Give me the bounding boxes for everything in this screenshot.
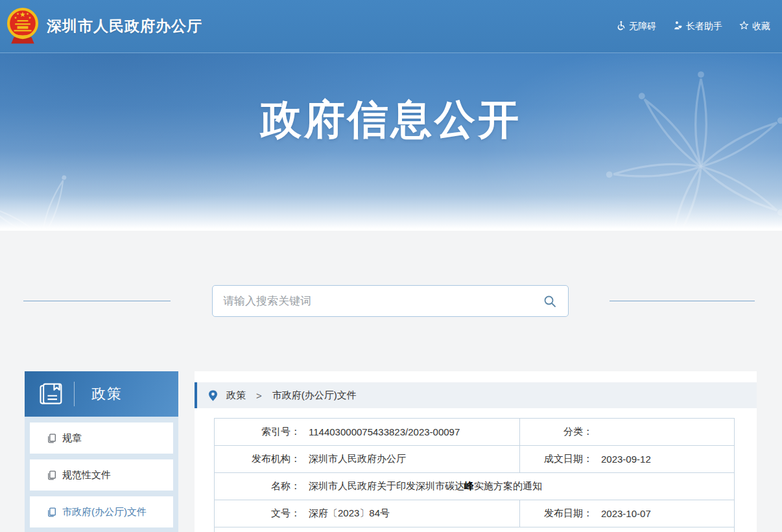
sidebar-item-normative-documents[interactable]: 规范性文件: [30, 459, 173, 491]
sidebar-item-label: 市政府(办公厅)文件: [62, 506, 147, 518]
table-row: 名称： 深圳市人民政府关于印发深圳市碳达峰实施方案的通知: [215, 473, 734, 500]
svg-text:★: ★: [16, 12, 19, 16]
index-number-label: 索引号：: [215, 426, 300, 438]
star-icon: [739, 21, 749, 32]
sidebar-item-label: 规章: [62, 432, 82, 445]
search-icon[interactable]: [543, 294, 558, 308]
document-number-value: 深府〔2023〕84号: [309, 507, 390, 520]
table-row: 索引号： 114403000075433823/2023-00097 分类：: [215, 419, 734, 446]
written-date-value: 2023-09-12: [601, 454, 651, 465]
main-content: 政策 > 市政府(办公厅)文件 索引号： 114403000075433823/…: [195, 371, 757, 532]
location-pin-icon: [209, 390, 217, 401]
search-box: [212, 285, 569, 317]
wheelchair-icon: [616, 21, 626, 32]
sidebar-item-rules[interactable]: 规章: [30, 422, 173, 454]
banner: 政府信息公开: [0, 53, 782, 231]
document-icon: [47, 507, 56, 517]
national-emblem-logo[interactable]: ★ ★ ★ ★ ★: [5, 6, 40, 49]
search-divider-right: [610, 301, 755, 301]
sidebar: 政策 规章 规范性文件 市政府(办公厅)文件: [25, 371, 178, 532]
sidebar-item-label: 规范性文件: [62, 469, 111, 481]
index-number-cell: 索引号： 114403000075433823/2023-00097: [215, 419, 519, 445]
svg-text:★: ★: [19, 10, 26, 17]
empty-cell: [215, 527, 734, 532]
issuing-agency-label: 发布机构：: [215, 453, 300, 465]
elder-assist-link[interactable]: 长者助手: [673, 21, 722, 32]
breadcrumb-current[interactable]: 市政府(办公厅)文件: [272, 389, 357, 402]
table-row: 文号： 深府〔2023〕84号 发布日期： 2023-10-07: [215, 500, 734, 527]
category-cell: 分类：: [519, 419, 734, 445]
document-name-value: 深圳市人民政府关于印发深圳市碳达峰实施方案的通知: [309, 480, 542, 492]
sidebar-menu: 规章 规范性文件 市政府(办公厅)文件: [25, 417, 178, 532]
favorite-link[interactable]: 收藏: [739, 21, 770, 32]
issuing-agency-value: 深圳市人民政府办公厅: [309, 453, 406, 465]
svg-text:★: ★: [29, 16, 32, 19]
publish-date-label: 发布日期：: [520, 507, 593, 520]
breadcrumb-root[interactable]: 政策: [226, 389, 246, 402]
site-title[interactable]: 深圳市人民政府办公厅: [47, 16, 202, 36]
document-number-cell: 文号： 深府〔2023〕84号: [215, 500, 519, 527]
search-input[interactable]: [223, 295, 543, 308]
accessibility-link[interactable]: 无障碍: [616, 21, 656, 32]
document-icon: [47, 434, 56, 443]
table-row: [215, 527, 734, 532]
category-label: 分类：: [520, 426, 593, 438]
sidebar-title: 政策: [91, 384, 123, 404]
sidebar-item-municipal-documents[interactable]: 市政府(办公厅)文件: [30, 496, 173, 527]
header-bar: ★ ★ ★ ★ ★ 深圳市人民政府办公厅 无障碍 长者助手 收藏: [0, 0, 782, 53]
page-title: 政府信息公开: [0, 92, 782, 148]
header-utility-links: 无障碍 长者助手 收藏: [616, 21, 770, 32]
content-section: 政策 规章 规范性文件 市政府(办公厅)文件: [0, 231, 782, 532]
document-icon: [47, 470, 56, 480]
document-name-cell: 名称： 深圳市人民政府关于印发深圳市碳达峰实施方案的通知: [215, 473, 734, 500]
flower-decoration: [0, 163, 117, 231]
document-info-table: 索引号： 114403000075433823/2023-00097 分类： 发…: [214, 418, 735, 532]
document-name-label: 名称：: [215, 480, 300, 492]
document-number-label: 文号：: [215, 507, 300, 520]
publish-date-cell: 发布日期： 2023-10-07: [519, 500, 734, 527]
sidebar-header: 政策: [25, 371, 178, 417]
breadcrumb: 政策 > 市政府(办公厅)文件: [195, 382, 757, 408]
publish-date-value: 2023-10-07: [601, 508, 651, 519]
breadcrumb-separator: >: [256, 390, 262, 401]
sidebar-header-divider: [74, 382, 75, 406]
index-number-value: 114403000075433823/2023-00097: [309, 426, 460, 437]
table-row: 发布机构： 深圳市人民政府办公厅 成文日期： 2023-09-12: [215, 446, 734, 473]
written-date-label: 成文日期：: [520, 453, 593, 465]
written-date-cell: 成文日期： 2023-09-12: [519, 446, 734, 472]
elder-assist-icon: [673, 21, 683, 32]
issuing-agency-cell: 发布机构： 深圳市人民政府办公厅: [215, 446, 519, 472]
search-highlight: 峰: [464, 480, 474, 491]
svg-text:★: ★: [26, 12, 29, 16]
book-icon: [38, 381, 64, 407]
svg-text:★: ★: [14, 16, 18, 19]
search-divider-left: [23, 301, 171, 301]
